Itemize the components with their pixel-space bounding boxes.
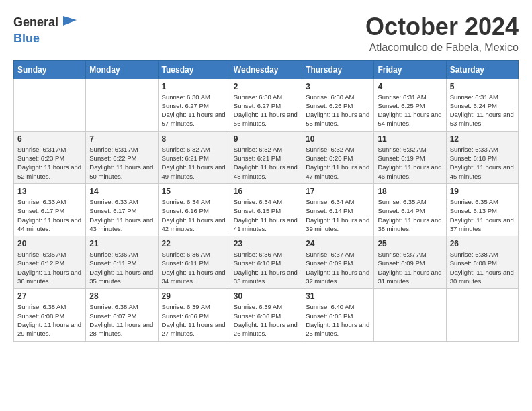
day-info: Sunrise: 6:35 AM Sunset: 6:12 PM Dayligh… <box>17 250 82 285</box>
title-section: October 2024 Atlacomulco de Fabela, Mexi… <box>365 13 519 54</box>
calendar-cell: 26Sunrise: 6:38 AM Sunset: 6:08 PM Dayli… <box>446 236 518 289</box>
calendar-cell: 3Sunrise: 6:30 AM Sunset: 6:26 PM Daylig… <box>302 79 374 131</box>
weekday-header: Saturday <box>446 60 518 79</box>
calendar-cell: 1Sunrise: 6:30 AM Sunset: 6:27 PM Daylig… <box>158 79 230 131</box>
calendar-cell: 24Sunrise: 6:37 AM Sunset: 6:09 PM Dayli… <box>302 236 374 289</box>
day-info: Sunrise: 6:32 AM Sunset: 6:21 PM Dayligh… <box>162 145 226 181</box>
calendar-cell: 11Sunrise: 6:32 AM Sunset: 6:19 PM Dayli… <box>374 131 446 183</box>
calendar-cell: 4Sunrise: 6:31 AM Sunset: 6:25 PM Daylig… <box>374 79 446 131</box>
calendar-cell: 13Sunrise: 6:33 AM Sunset: 6:17 PM Dayli… <box>14 183 86 236</box>
day-number: 9 <box>234 134 298 144</box>
calendar-week-row: 20Sunrise: 6:35 AM Sunset: 6:12 PM Dayli… <box>14 236 519 289</box>
calendar-cell: 29Sunrise: 6:39 AM Sunset: 6:06 PM Dayli… <box>158 289 230 341</box>
calendar-week-row: 27Sunrise: 6:38 AM Sunset: 6:08 PM Dayli… <box>14 289 519 341</box>
day-number: 27 <box>17 291 82 301</box>
calendar-cell: 16Sunrise: 6:34 AM Sunset: 6:15 PM Dayli… <box>230 183 302 236</box>
day-number: 30 <box>234 291 298 301</box>
day-info: Sunrise: 6:34 AM Sunset: 6:16 PM Dayligh… <box>162 197 226 233</box>
weekday-header: Thursday <box>302 60 374 79</box>
day-number: 5 <box>450 82 515 91</box>
day-number: 13 <box>17 187 82 196</box>
day-info: Sunrise: 6:33 AM Sunset: 6:17 PM Dayligh… <box>89 197 154 233</box>
day-number: 17 <box>306 187 370 196</box>
day-info: Sunrise: 6:32 AM Sunset: 6:19 PM Dayligh… <box>378 145 442 181</box>
day-info: Sunrise: 6:36 AM Sunset: 6:10 PM Dayligh… <box>234 250 298 285</box>
calendar-cell: 5Sunrise: 6:31 AM Sunset: 6:24 PM Daylig… <box>446 79 518 131</box>
calendar-cell <box>446 289 518 341</box>
day-info: Sunrise: 6:30 AM Sunset: 6:26 PM Dayligh… <box>306 93 370 128</box>
calendar-cell: 10Sunrise: 6:32 AM Sunset: 6:20 PM Dayli… <box>302 131 374 183</box>
day-number: 8 <box>162 134 226 144</box>
subtitle: Atlacomulco de Fabela, Mexico <box>365 42 519 54</box>
day-info: Sunrise: 6:34 AM Sunset: 6:15 PM Dayligh… <box>234 197 298 233</box>
day-number: 23 <box>234 239 298 248</box>
weekday-header: Tuesday <box>158 60 230 79</box>
weekday-header: Wednesday <box>230 60 302 79</box>
day-number: 28 <box>89 291 154 301</box>
day-info: Sunrise: 6:32 AM Sunset: 6:21 PM Dayligh… <box>234 145 298 181</box>
calendar-cell: 21Sunrise: 6:36 AM Sunset: 6:11 PM Dayli… <box>86 236 158 289</box>
day-number: 14 <box>89 187 154 196</box>
calendar-cell: 9Sunrise: 6:32 AM Sunset: 6:21 PM Daylig… <box>230 131 302 183</box>
day-info: Sunrise: 6:36 AM Sunset: 6:11 PM Dayligh… <box>89 250 154 285</box>
svg-marker-0 <box>63 16 77 26</box>
day-info: Sunrise: 6:34 AM Sunset: 6:14 PM Dayligh… <box>306 197 370 233</box>
day-info: Sunrise: 6:38 AM Sunset: 6:08 PM Dayligh… <box>450 250 515 285</box>
day-number: 7 <box>89 134 154 144</box>
calendar-cell: 22Sunrise: 6:36 AM Sunset: 6:11 PM Dayli… <box>158 236 230 289</box>
day-number: 20 <box>17 239 82 248</box>
day-number: 29 <box>162 291 226 301</box>
calendar-cell: 7Sunrise: 6:31 AM Sunset: 6:22 PM Daylig… <box>86 131 158 183</box>
day-info: Sunrise: 6:31 AM Sunset: 6:23 PM Dayligh… <box>17 145 82 181</box>
day-info: Sunrise: 6:31 AM Sunset: 6:22 PM Dayligh… <box>89 145 154 181</box>
calendar-cell: 14Sunrise: 6:33 AM Sunset: 6:17 PM Dayli… <box>86 183 158 236</box>
header: General Blue October 2024 Atlacomulco de… <box>13 13 519 54</box>
day-number: 25 <box>378 239 442 248</box>
header-row: SundayMondayTuesdayWednesdayThursdayFrid… <box>14 60 519 79</box>
weekday-header: Sunday <box>14 60 86 79</box>
day-number: 3 <box>306 82 370 91</box>
day-info: Sunrise: 6:38 AM Sunset: 6:08 PM Dayligh… <box>17 302 82 338</box>
day-number: 21 <box>89 239 154 248</box>
calendar-cell: 18Sunrise: 6:35 AM Sunset: 6:14 PM Dayli… <box>374 183 446 236</box>
day-number: 10 <box>306 134 370 144</box>
weekday-header: Monday <box>86 60 158 79</box>
page: General Blue October 2024 Atlacomulco de… <box>0 0 532 411</box>
day-number: 4 <box>378 82 442 91</box>
day-info: Sunrise: 6:40 AM Sunset: 6:05 PM Dayligh… <box>306 302 370 338</box>
logo: General Blue <box>13 13 79 46</box>
calendar-week-row: 13Sunrise: 6:33 AM Sunset: 6:17 PM Dayli… <box>14 183 519 236</box>
weekday-header: Friday <box>374 60 446 79</box>
calendar-cell: 23Sunrise: 6:36 AM Sunset: 6:10 PM Dayli… <box>230 236 302 289</box>
calendar-cell: 25Sunrise: 6:37 AM Sunset: 6:09 PM Dayli… <box>374 236 446 289</box>
calendar-cell: 28Sunrise: 6:38 AM Sunset: 6:07 PM Dayli… <box>86 289 158 341</box>
calendar-cell: 8Sunrise: 6:32 AM Sunset: 6:21 PM Daylig… <box>158 131 230 183</box>
day-info: Sunrise: 6:35 AM Sunset: 6:14 PM Dayligh… <box>378 197 442 233</box>
calendar-cell <box>86 79 158 131</box>
calendar-cell: 20Sunrise: 6:35 AM Sunset: 6:12 PM Dayli… <box>14 236 86 289</box>
day-number: 15 <box>162 187 226 196</box>
day-info: Sunrise: 6:37 AM Sunset: 6:09 PM Dayligh… <box>378 250 442 285</box>
day-info: Sunrise: 6:38 AM Sunset: 6:07 PM Dayligh… <box>89 302 154 338</box>
day-number: 24 <box>306 239 370 248</box>
day-number: 19 <box>450 187 515 196</box>
calendar-cell: 17Sunrise: 6:34 AM Sunset: 6:14 PM Dayli… <box>302 183 374 236</box>
calendar-cell: 31Sunrise: 6:40 AM Sunset: 6:05 PM Dayli… <box>302 289 374 341</box>
calendar-cell: 19Sunrise: 6:35 AM Sunset: 6:13 PM Dayli… <box>446 183 518 236</box>
day-number: 18 <box>378 187 442 196</box>
calendar-cell: 30Sunrise: 6:39 AM Sunset: 6:06 PM Dayli… <box>230 289 302 341</box>
day-info: Sunrise: 6:39 AM Sunset: 6:06 PM Dayligh… <box>234 302 298 338</box>
day-info: Sunrise: 6:32 AM Sunset: 6:20 PM Dayligh… <box>306 145 370 181</box>
day-number: 12 <box>450 134 515 144</box>
day-info: Sunrise: 6:39 AM Sunset: 6:06 PM Dayligh… <box>162 302 226 338</box>
day-number: 16 <box>234 187 298 196</box>
logo-icon <box>60 13 79 32</box>
main-title: October 2024 <box>365 13 519 40</box>
calendar-cell: 12Sunrise: 6:33 AM Sunset: 6:18 PM Dayli… <box>446 131 518 183</box>
day-info: Sunrise: 6:30 AM Sunset: 6:27 PM Dayligh… <box>162 93 226 128</box>
calendar-cell: 15Sunrise: 6:34 AM Sunset: 6:16 PM Dayli… <box>158 183 230 236</box>
day-number: 6 <box>17 134 82 144</box>
day-number: 11 <box>378 134 442 144</box>
calendar-table: SundayMondayTuesdayWednesdayThursdayFrid… <box>13 60 519 342</box>
calendar-cell: 6Sunrise: 6:31 AM Sunset: 6:23 PM Daylig… <box>14 131 86 183</box>
